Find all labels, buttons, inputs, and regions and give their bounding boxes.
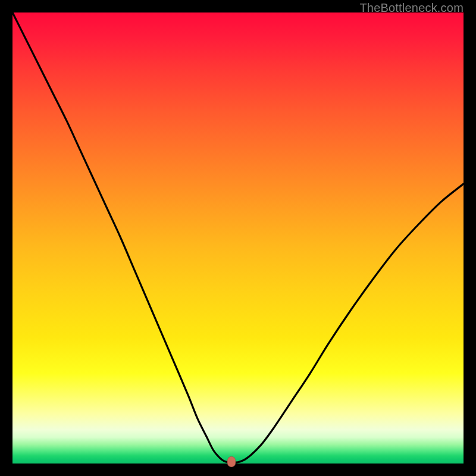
optimum-marker: [227, 456, 236, 467]
plot-area: [12, 12, 464, 464]
chart-frame: TheBottleneck.com: [0, 0, 476, 476]
bottleneck-curve: [12, 12, 464, 464]
watermark-text: TheBottleneck.com: [359, 1, 464, 15]
